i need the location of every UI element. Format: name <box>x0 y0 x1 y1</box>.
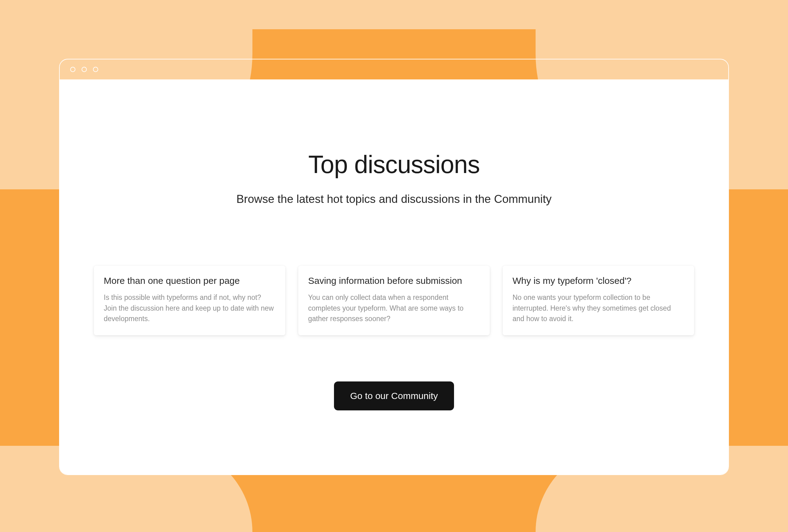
page-title: Top discussions <box>309 150 480 179</box>
discussion-card-title: More than one question per page <box>104 276 275 286</box>
discussion-card-description: Is this possible with typeforms and if n… <box>104 292 275 324</box>
browser-titlebar <box>60 59 728 79</box>
discussion-card[interactable]: Saving information before submission You… <box>298 266 490 335</box>
browser-content: Top discussions Browse the latest hot to… <box>60 79 728 474</box>
discussion-cards-row: More than one question per page Is this … <box>60 266 728 335</box>
discussion-card-description: No one wants your typeform collection to… <box>513 292 684 324</box>
window-control-maximize-icon[interactable] <box>93 67 98 72</box>
discussion-card[interactable]: More than one question per page Is this … <box>94 266 285 335</box>
browser-window: Top discussions Browse the latest hot to… <box>59 59 729 475</box>
discussion-card-title: Saving information before submission <box>308 276 480 286</box>
page-subtitle: Browse the latest hot topics and discuss… <box>236 193 552 206</box>
discussion-card-description: You can only collect data when a respond… <box>308 292 480 324</box>
window-control-close-icon[interactable] <box>70 67 75 72</box>
community-button[interactable]: Go to our Community <box>334 381 454 410</box>
discussion-card-title: Why is my typeform 'closed'? <box>513 276 684 286</box>
discussion-card[interactable]: Why is my typeform 'closed'? No one want… <box>503 266 694 335</box>
window-control-minimize-icon[interactable] <box>82 67 87 72</box>
